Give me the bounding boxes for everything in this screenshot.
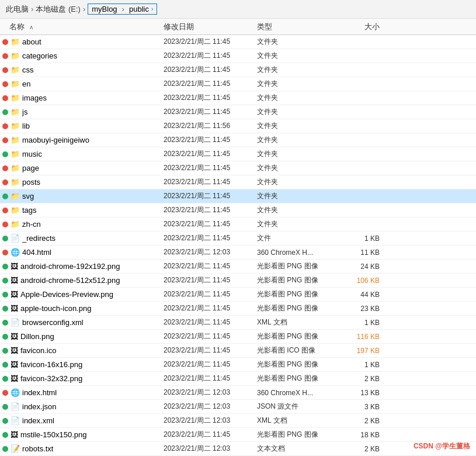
status-icon (2, 194, 8, 199)
file-type-icon: 📁 (11, 80, 20, 88)
table-row[interactable]: 📁 images 2023/2/21/周二 11:45 文件夹 (0, 91, 476, 105)
file-type: 文件夹 (257, 163, 339, 173)
breadcrumb[interactable]: 此电脑 › 本地磁盘 (E:) › myBlog › public › (0, 0, 476, 19)
file-name-text: index.json (22, 402, 57, 411)
breadcrumb-chevron-icon: › (151, 6, 153, 12)
file-name-text: lib (22, 122, 30, 130)
file-type-icon: 📄 (11, 402, 20, 411)
table-row[interactable]: 📁 js 2023/2/21/周二 11:45 文件夹 (0, 105, 476, 119)
status-icon (2, 250, 8, 255)
file-size: 18 KB (339, 431, 385, 439)
file-type-icon: 📁 (11, 178, 20, 186)
file-name-cell: 📄 browserconfig.xml (0, 318, 164, 327)
breadcrumb-item-drive[interactable]: 本地磁盘 (E:) (36, 4, 81, 15)
file-name-cell: 📄 _redirects (0, 234, 164, 243)
table-row[interactable]: 🌐 index.html 2023/2/21/周二 12:03 360 Chro… (0, 386, 476, 400)
table-row[interactable]: 📁 zh-cn 2023/2/21/周二 11:45 文件夹 (0, 217, 476, 232)
table-row[interactable]: 📁 about 2023/2/21/周二 11:45 文件夹 (0, 35, 476, 49)
file-type-icon: 📄 (11, 318, 20, 327)
file-date: 2023/2/21/周二 11:45 (164, 107, 257, 117)
file-name-cell: 📁 maobuyi-geinigeiwo (0, 136, 164, 144)
file-type-icon: 📝 (11, 444, 20, 453)
file-name-text: 404.html (22, 248, 51, 257)
table-row[interactable]: 🖼 favicon-16x16.png 2023/2/21/周二 11:45 光… (0, 358, 476, 372)
file-name-cell: 📁 css (0, 65, 164, 74)
file-type-icon: 📁 (11, 164, 20, 172)
col-name-header[interactable]: 名称 ∧ (0, 22, 164, 32)
table-row[interactable]: 📁 page 2023/2/21/周二 11:45 文件夹 (0, 161, 476, 175)
table-row[interactable]: 📁 svg 2023/2/21/周二 11:45 文件夹 (0, 189, 476, 203)
col-date-header[interactable]: 修改日期 (164, 22, 257, 32)
file-type: 文件夹 (257, 65, 339, 75)
file-name-text: favicon-32x32.png (20, 374, 82, 383)
status-icon (2, 264, 8, 270)
file-type: 文件夹 (257, 79, 339, 89)
file-name-cell: 🖼 favicon-16x16.png (0, 360, 164, 369)
table-row[interactable]: 🖼 favicon-32x32.png 2023/2/21/周二 11:45 光… (0, 372, 476, 386)
table-row[interactable]: 📄 browserconfig.xml 2023/2/21/周二 11:45 X… (0, 316, 476, 330)
file-date: 2023/2/21/周二 11:45 (164, 79, 257, 89)
table-row[interactable]: 🖼 Dillon.png 2023/2/21/周二 11:45 光影看图 PNG… (0, 330, 476, 344)
table-row[interactable]: 📁 css 2023/2/21/周二 11:45 文件夹 (0, 63, 476, 77)
table-row[interactable]: 🖼 apple-touch-icon.png 2023/2/21/周二 11:4… (0, 302, 476, 316)
breadcrumb-highlighted[interactable]: myBlog › public › (88, 4, 157, 15)
table-row[interactable]: 📄 index.json 2023/2/21/周二 12:03 JSON 源文件… (0, 400, 476, 414)
file-name-cell: 📝 robots.txt (0, 444, 164, 453)
table-row[interactable]: 📁 maobuyi-geinigeiwo 2023/2/21/周二 11:45 … (0, 133, 476, 147)
file-type-icon: 📁 (11, 108, 20, 116)
table-row[interactable]: 📁 categories 2023/2/21/周二 11:45 文件夹 (0, 49, 476, 63)
table-row[interactable]: 🖼 mstile-150x150.png 2023/2/21/周二 11:45 … (0, 428, 476, 442)
file-size: 197 KB (339, 347, 385, 355)
file-list[interactable]: 📁 about 2023/2/21/周二 11:45 文件夹 📁 categor… (0, 35, 476, 456)
file-type-icon: 🖼 (11, 332, 18, 341)
table-row[interactable]: 📁 posts 2023/2/21/周二 11:45 文件夹 (0, 175, 476, 189)
file-date: 2023/2/21/周二 11:45 (164, 317, 257, 327)
status-icon (2, 306, 8, 312)
breadcrumb-item-pc[interactable]: 此电脑 (6, 4, 29, 15)
file-name-text: js (22, 108, 27, 116)
table-row[interactable]: 🌐 404.html 2023/2/21/周二 12:03 360 Chrome… (0, 246, 476, 260)
file-date: 2023/2/21/周二 12:03 (164, 247, 257, 257)
table-row[interactable]: 🖼 Apple-Devices-Preview.png 2023/2/21/周二… (0, 288, 476, 302)
file-name-text: music (22, 150, 42, 158)
status-icon (2, 208, 8, 213)
status-icon (2, 39, 8, 45)
status-icon (2, 81, 8, 87)
file-size: 106 KB (339, 277, 385, 285)
file-type-icon: 🖼 (11, 360, 18, 369)
table-row[interactable]: 📄 _redirects 2023/2/21/周二 11:45 文件 1 KB (0, 232, 476, 246)
file-type: 光影看图 PNG 图像 (257, 303, 339, 313)
file-name-cell: 📁 categories (0, 51, 164, 60)
table-row[interactable]: 📁 tags 2023/2/21/周二 11:45 文件夹 (0, 203, 476, 217)
file-date: 2023/2/21/周二 11:45 (164, 65, 257, 75)
file-name-cell: 📁 posts (0, 178, 164, 186)
file-type: 光影看图 PNG 图像 (257, 261, 339, 271)
file-date: 2023/2/21/周二 11:45 (164, 37, 257, 47)
col-size-header[interactable]: 大小 (339, 22, 385, 32)
table-row[interactable]: 📄 index.xml 2023/2/21/周二 12:03 XML 文档 2 … (0, 414, 476, 428)
table-row[interactable]: 📝 robots.txt 2023/2/21/周二 12:03 文本文档 2 K… (0, 442, 476, 456)
table-row[interactable]: 🖼 android-chrome-512x512.png 2023/2/21/周… (0, 274, 476, 288)
file-type-icon: 📁 (11, 51, 20, 60)
file-type: 文件夹 (257, 177, 339, 187)
file-date: 2023/2/21/周二 11:45 (164, 275, 257, 285)
file-name-cell: 📄 index.xml (0, 416, 164, 425)
column-header: 名称 ∧ 修改日期 类型 大小 (0, 19, 476, 35)
file-type: 360 ChromeX H... (257, 389, 339, 397)
file-date: 2023/2/21/周二 11:45 (164, 163, 257, 173)
col-type-header[interactable]: 类型 (257, 22, 339, 32)
table-row[interactable]: 📁 music 2023/2/21/周二 11:45 文件夹 (0, 147, 476, 161)
status-icon (2, 320, 8, 326)
table-row[interactable]: 🖼 android-chrome-192x192.png 2023/2/21/周… (0, 260, 476, 274)
table-row[interactable]: 📁 en 2023/2/21/周二 11:45 文件夹 (0, 77, 476, 91)
file-name-cell: 🖼 android-chrome-192x192.png (0, 262, 164, 271)
file-name-text: categories (22, 51, 57, 60)
status-icon (2, 348, 8, 354)
file-name-text: favicon.ico (20, 346, 56, 355)
status-icon (2, 67, 8, 73)
file-date: 2023/2/21/周二 11:45 (164, 219, 257, 229)
breadcrumb-sep-3: › (122, 5, 124, 13)
table-row[interactable]: 📁 lib 2023/2/21/周二 11:56 文件夹 (0, 119, 476, 133)
file-type-icon: 📁 (11, 150, 20, 158)
table-row[interactable]: 🖼 favicon.ico 2023/2/21/周二 11:45 光影看图 IC… (0, 344, 476, 358)
